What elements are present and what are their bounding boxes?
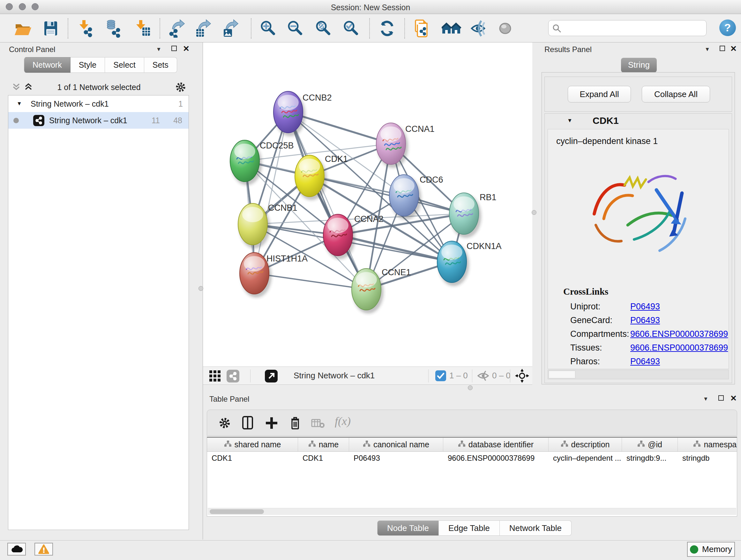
memory-button[interactable]: Memory [687, 542, 735, 557]
add-column-icon[interactable] [265, 416, 278, 431]
horizontal-splitter-grip[interactable] [468, 385, 473, 390]
node-CCNB1[interactable] [238, 203, 270, 248]
column-header-shared-name[interactable]: shared name [207, 438, 298, 451]
import-network-database-icon[interactable] [105, 19, 123, 38]
table-cell[interactable]: P06493 [349, 452, 443, 465]
collapse-all-icon[interactable] [11, 82, 21, 93]
table-cell[interactable]: stringdb [678, 452, 737, 465]
node-CDC6[interactable] [389, 175, 421, 220]
crosslink-value-link[interactable]: 9606.ENSP00000378699 [630, 329, 728, 339]
table-cell[interactable]: stringdb:9... [622, 452, 678, 465]
vertical-splitter-grip[interactable] [532, 210, 536, 215]
table-cell[interactable]: CDK1 [298, 452, 349, 465]
disclosure-triangle-icon[interactable]: ▼ [17, 96, 22, 112]
home-icon[interactable] [442, 19, 460, 38]
table-row[interactable]: CDK1CDK1P064939606.ENSP00000378699cyclin… [207, 452, 737, 465]
gear-icon[interactable] [218, 417, 231, 431]
node-label-CCNA2: CCNA2 [354, 214, 384, 224]
import-network-icon[interactable] [77, 19, 96, 38]
node-CCNB2[interactable] [273, 91, 306, 136]
panel-close-icon[interactable]: ✕ [730, 394, 737, 403]
select-columns-icon[interactable] [242, 416, 254, 431]
vertical-splitter-grip[interactable] [199, 286, 203, 291]
toolbar-separator [428, 369, 428, 382]
panel-float-icon[interactable] [720, 46, 725, 51]
column-header-description[interactable]: description [549, 438, 622, 451]
zoom-in-icon[interactable] [259, 19, 278, 38]
zoom-out-icon[interactable] [286, 19, 305, 38]
node-table: shared namenamecanonical namedatabase id… [207, 437, 737, 516]
table-cell[interactable]: 9606.ENSP00000378699 [443, 452, 549, 465]
node-CCNA2[interactable] [323, 214, 355, 259]
panel-menu-icon[interactable]: ▼ [703, 396, 709, 402]
column-header-name[interactable]: name [298, 438, 349, 451]
column-header-canonical-name[interactable]: canonical name [349, 438, 443, 451]
panel-menu-icon[interactable]: ▼ [156, 46, 161, 53]
column-header-database-identifier[interactable]: database identifier [443, 438, 549, 451]
tab-select[interactable]: Select [105, 57, 144, 73]
table-horizontal-scrollbar[interactable] [208, 508, 736, 515]
delete-column-icon[interactable] [289, 415, 301, 431]
share-document-icon[interactable] [413, 19, 431, 38]
refresh-icon[interactable] [378, 19, 396, 38]
table-panel-title: Table Panel [209, 395, 249, 403]
panel-menu-icon[interactable]: ▼ [704, 46, 710, 53]
panel-float-icon[interactable] [718, 395, 724, 401]
tab-network[interactable]: Network [24, 57, 71, 73]
help-button[interactable]: ? [719, 19, 736, 36]
scrollbar-thumb[interactable] [210, 509, 264, 514]
tab-node-table[interactable]: Node Table [377, 520, 439, 536]
search-input[interactable] [548, 20, 706, 36]
export-image-icon[interactable] [222, 19, 241, 38]
zoom-fit-icon[interactable] [314, 19, 333, 38]
node-CCNE1[interactable] [352, 268, 384, 314]
export-table-icon[interactable] [195, 19, 213, 38]
panel-close-icon[interactable]: ✕ [730, 44, 737, 53]
show-panel-eye-icon[interactable] [496, 19, 515, 38]
collapse-all-button[interactable]: Collapse All [642, 86, 710, 103]
disclosure-triangle-icon[interactable]: ▼ [567, 118, 572, 124]
column-header--id[interactable]: @id [622, 438, 678, 451]
node-CDKN1A[interactable] [437, 241, 469, 286]
cloud-button[interactable] [7, 543, 26, 556]
scrollbar-thumb[interactable] [549, 371, 576, 378]
edge-CCNB2-HIST1H1A[interactable] [254, 112, 288, 273]
panel-close-icon[interactable]: ✕ [183, 44, 190, 53]
tab-sets[interactable]: Sets [144, 57, 177, 73]
crosslink-value-link[interactable]: P06493 [630, 302, 660, 312]
network-tree-root[interactable]: ▼ String Network – cdk1 1 [8, 96, 189, 112]
network-tree-item[interactable]: String Network – cdk1 11 48 [8, 112, 189, 129]
export-network-icon[interactable] [169, 19, 187, 38]
crosslink-value-link[interactable]: P06493 [630, 357, 660, 367]
hide-panel-eye-icon[interactable] [470, 19, 488, 38]
panel-float-icon[interactable] [172, 46, 177, 51]
tab-edge-table[interactable]: Edge Table [439, 520, 500, 536]
gear-icon[interactable] [175, 81, 186, 94]
crosslink-value-link[interactable]: 9606.ENSP00000378699 [630, 343, 728, 353]
network-graph[interactable]: CCNB2CCNA1CDC25BCDK1CDC6RB1CCNB1CCNA2CDK… [203, 43, 532, 367]
tab-style[interactable]: Style [71, 57, 105, 73]
zoom-selected-icon[interactable] [342, 19, 360, 38]
tab-network-table[interactable]: Network Table [500, 520, 571, 536]
network-canvas[interactable]: CCNB2CCNA1CDC25BCDK1CDC6RB1CCNB1CCNA2CDK… [203, 43, 532, 367]
crosshair-icon[interactable] [515, 369, 529, 384]
node-RB1[interactable] [449, 193, 481, 238]
network-view-icon[interactable] [226, 370, 239, 384]
import-table-icon[interactable] [134, 19, 152, 38]
results-horizontal-scrollbar[interactable] [548, 370, 729, 379]
warnings-button[interactable] [35, 543, 53, 556]
crosslink-label: Compartments: [570, 329, 629, 339]
expand-all-button[interactable]: Expand All [568, 86, 631, 103]
detach-view-icon[interactable] [265, 370, 278, 384]
save-session-icon[interactable] [42, 19, 60, 38]
table-cell[interactable]: cyclin–dependent ... [549, 452, 622, 465]
selected-checkbox-icon[interactable] [435, 370, 446, 382]
table-cell[interactable]: CDK1 [207, 452, 298, 465]
column-header-namespace[interactable]: namespace [678, 438, 737, 451]
expand-all-icon[interactable] [23, 82, 33, 93]
table-toolbar: f(x) [207, 410, 737, 436]
crosslink-value-link[interactable]: P06493 [630, 315, 660, 325]
tab-string[interactable]: String [621, 58, 657, 72]
open-file-icon[interactable] [13, 19, 32, 38]
grid-view-icon[interactable] [209, 370, 221, 384]
